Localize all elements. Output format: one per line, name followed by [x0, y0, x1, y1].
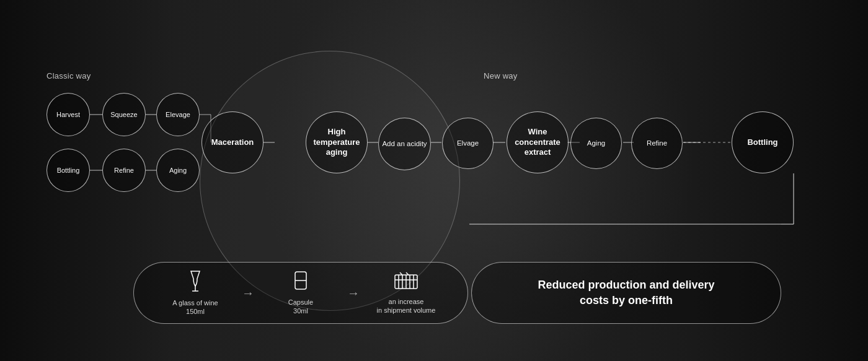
classic-way-label: Classic way [46, 71, 91, 80]
node-bottling-classic: Bottling [46, 149, 90, 192]
node-squeeze: Squeeze [102, 93, 146, 136]
wine-glass-icon [187, 270, 204, 295]
node-high-temp-aging: High temperature aging [306, 111, 368, 173]
node-maceration: Maceration [202, 111, 264, 173]
node-refine-classic: Refine [102, 149, 146, 192]
new-way-label: New way [484, 71, 518, 80]
result-text: Reduced production and deliverycosts by … [538, 277, 714, 308]
shipment-icon [394, 271, 418, 294]
node-wine-concentrate: Wine concentrate extract [507, 111, 569, 173]
node-aging-new: Aging [570, 118, 622, 169]
shipment-label: an increasein shipment volume [377, 297, 436, 315]
main-content: Classic way New way Harvest Squeeze Elev… [0, 0, 868, 361]
arrow-2: → [347, 286, 360, 300]
bottom-flow-box: A glass of wine150ml → Capsule30ml → [133, 262, 468, 324]
node-elvage: Elvage [442, 118, 494, 169]
arrow-1: → [242, 286, 254, 300]
bottom-item-wine-glass: A glass of wine150ml [151, 270, 239, 316]
node-bottling-new: Bottling [732, 111, 794, 173]
capsule-icon [293, 271, 309, 294]
node-aging-classic: Aging [156, 149, 200, 192]
node-refine-new: Refine [631, 118, 683, 169]
node-elevage-classic: Elevage [156, 93, 200, 136]
node-add-acidity: Add an acidity [378, 118, 431, 170]
wine-glass-label: A glass of wine150ml [172, 298, 218, 316]
node-harvest: Harvest [46, 93, 90, 136]
bottom-item-capsule: Capsule30ml [257, 271, 345, 316]
result-text-box: Reduced production and deliverycosts by … [471, 262, 781, 324]
capsule-label: Capsule30ml [288, 298, 313, 316]
bottom-item-shipment: an increasein shipment volume [362, 271, 450, 315]
